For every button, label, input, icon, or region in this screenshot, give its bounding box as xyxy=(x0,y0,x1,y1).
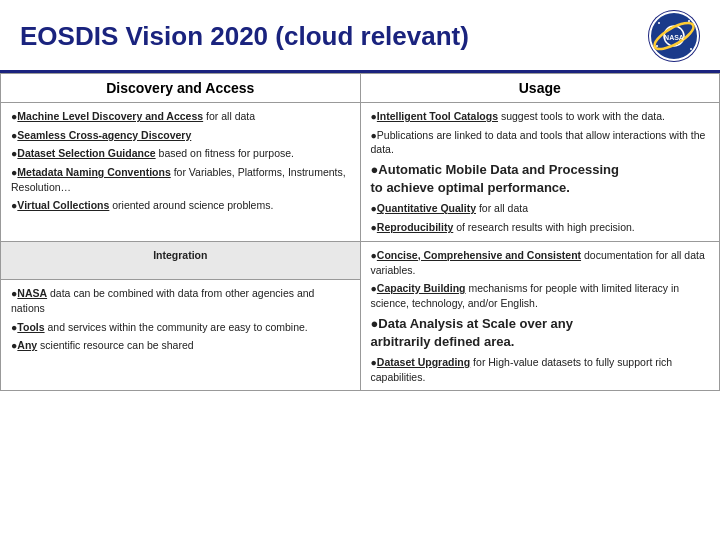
integration-item-2: ●Tools and services within the community… xyxy=(11,320,350,335)
discovery-usage-row: ●Machine Level Discovery and Access for … xyxy=(1,103,720,242)
discovery-item-3: ●Dataset Selection Guidance based on fit… xyxy=(11,146,350,161)
discovery-item-1: ●Machine Level Discovery and Access for … xyxy=(11,109,350,124)
usage-item-capacity: ●Capacity Building mechanisms for people… xyxy=(371,281,710,310)
discovery-item-5: ●Virtual Collections oriented around sci… xyxy=(11,198,350,213)
svg-text:NASA: NASA xyxy=(664,34,684,41)
integration-item-3: ●Any scientific resource can be shared xyxy=(11,338,350,353)
usage-item-2: ●Publications are linked to data and too… xyxy=(371,128,710,157)
page-title: EOSDIS Vision 2020 (cloud relevant) xyxy=(20,21,469,52)
integration-item-1: ●NASA data can be combined with data fro… xyxy=(11,286,350,315)
usage-col-bottom: ●Concise, Comprehensive and Consistent d… xyxy=(360,241,720,391)
nasa-logo: NASA xyxy=(648,10,700,62)
usage-item-auto-mobile: ●Automatic Mobile Data and Processingto … xyxy=(371,161,710,197)
col1-header: Discovery and Access xyxy=(1,74,361,103)
usage-item-concise: ●Concise, Comprehensive and Consistent d… xyxy=(371,248,710,277)
discovery-col: ●Machine Level Discovery and Access for … xyxy=(1,103,361,242)
usage-item-dataset-upgrading: ●Dataset Upgrading for High-value datase… xyxy=(371,355,710,384)
svg-point-7 xyxy=(656,45,658,47)
usage-item-1: ●Intelligent Tool Catalogs suggest tools… xyxy=(371,109,710,124)
header: EOSDIS Vision 2020 (cloud relevant) NASA xyxy=(0,0,720,73)
svg-point-5 xyxy=(658,22,660,24)
integration-header-cell: Integration xyxy=(1,241,361,280)
usage-item-quantitative: ●Quantitative Quality for all data xyxy=(371,201,710,216)
col2-header: Usage xyxy=(360,74,720,103)
svg-point-6 xyxy=(688,20,690,22)
integration-content-cell: ●NASA data can be combined with data fro… xyxy=(1,280,361,391)
discovery-item-2: ●Seamless Cross-agency Discovery xyxy=(11,128,350,143)
integration-row: Integration ●Concise, Comprehensive and … xyxy=(1,241,720,280)
integration-label: Integration xyxy=(153,249,207,261)
discovery-item-4: ●Metadata Naming Conventions for Variabl… xyxy=(11,165,350,194)
usage-col-top: ●Intelligent Tool Catalogs suggest tools… xyxy=(360,103,720,242)
svg-point-8 xyxy=(690,48,692,50)
usage-item-data-analysis: ●Data Analysis at Scale over anyarbitrar… xyxy=(371,315,710,351)
main-table: Discovery and Access Usage ●Machine Leve… xyxy=(0,73,720,391)
usage-item-reproducibility: ●Reproducibility of research results wit… xyxy=(371,220,710,235)
